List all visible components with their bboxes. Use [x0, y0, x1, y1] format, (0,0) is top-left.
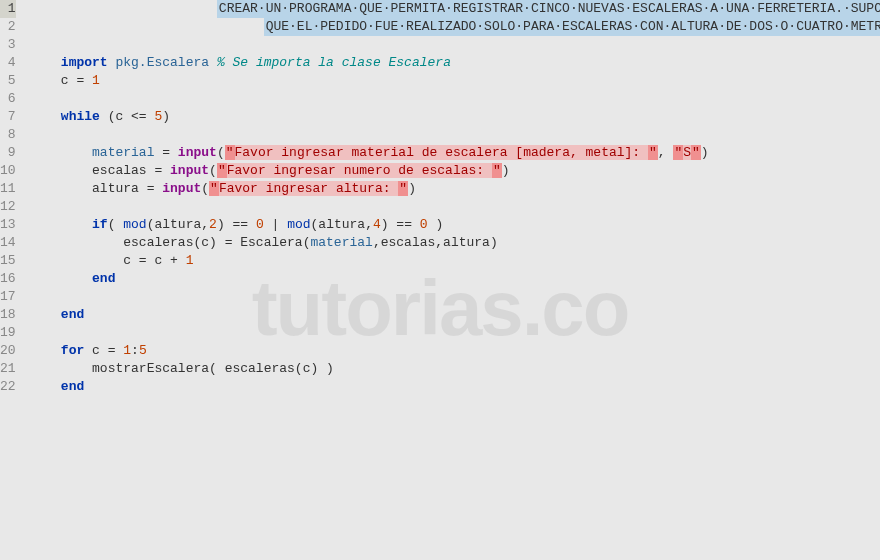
- code-line-13[interactable]: if( mod(altura,2) == 0 | mod(altura,4) =…: [30, 216, 880, 234]
- code-line-14[interactable]: escaleras(c) = Escalera(material,escalas…: [30, 234, 880, 252]
- line-number[interactable]: 6: [0, 90, 16, 108]
- code-line-18[interactable]: end: [30, 306, 880, 324]
- code-line-5[interactable]: c = 1: [30, 72, 880, 90]
- code-line-15[interactable]: c = c + 1: [30, 252, 880, 270]
- code-line-12[interactable]: [30, 198, 880, 216]
- line-number[interactable]: 20: [0, 342, 16, 360]
- line-number[interactable]: 11: [0, 180, 16, 198]
- code-line-4[interactable]: import pkg.Escalera % Se importa la clas…: [30, 54, 880, 72]
- line-number[interactable]: 9: [0, 144, 16, 162]
- line-number[interactable]: 5: [0, 72, 16, 90]
- line-number[interactable]: 19: [0, 324, 16, 342]
- line-number[interactable]: 3: [0, 36, 16, 54]
- code-area[interactable]: CREAR·UN·PROGRAMA·QUE·PERMITA·REGISTRAR·…: [24, 0, 880, 560]
- line-number[interactable]: 8: [0, 126, 16, 144]
- code-line-21[interactable]: mostrarEscalera( escaleras(c) ): [30, 360, 880, 378]
- code-line-19[interactable]: [30, 324, 880, 342]
- line-number-gutter: 1 2 3 4 5 6 7 8 9 10 11 12 13 14 15 16 1…: [0, 0, 24, 560]
- code-line-8[interactable]: [30, 126, 880, 144]
- line-number[interactable]: 21: [0, 360, 16, 378]
- line-number[interactable]: 4: [0, 54, 16, 72]
- line-number[interactable]: 17: [0, 288, 16, 306]
- line-number[interactable]: 16: [0, 270, 16, 288]
- line-number[interactable]: 22: [0, 378, 16, 396]
- line-number[interactable]: 10: [0, 162, 16, 180]
- code-line-20[interactable]: for c = 1:5: [30, 342, 880, 360]
- code-line-2[interactable]: QUE·EL·PEDIDO·FUE·REALIZADO·SOLO·PARA·ES…: [30, 18, 880, 36]
- code-line-11[interactable]: altura = input("Favor ingresar altura: "…: [30, 180, 880, 198]
- code-line-9[interactable]: material = input("Favor ingresar materia…: [30, 144, 880, 162]
- code-editor: 1 2 3 4 5 6 7 8 9 10 11 12 13 14 15 16 1…: [0, 0, 880, 560]
- line-number[interactable]: 7: [0, 108, 16, 126]
- header-comment-2: QUE·EL·PEDIDO·FUE·REALIZADO·SOLO·PARA·ES…: [264, 18, 880, 36]
- line-number[interactable]: 18: [0, 306, 16, 324]
- code-line-6[interactable]: [30, 90, 880, 108]
- code-line-7[interactable]: while (c <= 5): [30, 108, 880, 126]
- line-number[interactable]: 12: [0, 198, 16, 216]
- code-line-16[interactable]: end: [30, 270, 880, 288]
- code-line-1[interactable]: CREAR·UN·PROGRAMA·QUE·PERMITA·REGISTRAR·…: [30, 0, 880, 18]
- line-number[interactable]: 13: [0, 216, 16, 234]
- code-line-22[interactable]: end: [30, 378, 880, 396]
- line-number[interactable]: 1: [0, 0, 16, 18]
- code-line-17[interactable]: [30, 288, 880, 306]
- code-line-10[interactable]: escalas = input("Favor ingresar numero d…: [30, 162, 880, 180]
- code-line-3[interactable]: [30, 36, 880, 54]
- line-number[interactable]: 14: [0, 234, 16, 252]
- line-number[interactable]: 15: [0, 252, 16, 270]
- header-comment-1: CREAR·UN·PROGRAMA·QUE·PERMITA·REGISTRAR·…: [217, 0, 880, 18]
- line-number[interactable]: 2: [0, 18, 16, 36]
